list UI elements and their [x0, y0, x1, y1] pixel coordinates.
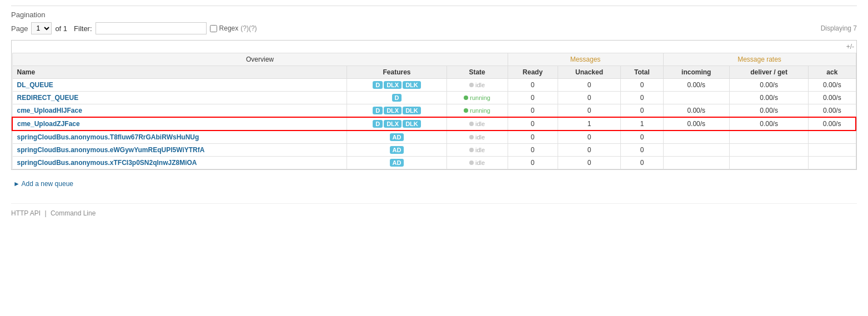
row-unacked: 0	[558, 131, 621, 144]
row-ready: 0	[508, 79, 558, 92]
feature-badge: DLX	[384, 120, 402, 128]
feature-badge: D	[373, 81, 383, 89]
state-text: idle	[475, 159, 485, 166]
col-unacked: Unacked	[558, 66, 621, 79]
row-name[interactable]: REDIRECT_QUEUE	[12, 92, 347, 104]
row-state: running	[446, 104, 508, 118]
row-incoming: 0.00/s	[663, 117, 729, 131]
row-state: idle	[446, 157, 508, 169]
page-select[interactable]: 1	[31, 22, 52, 34]
idle-dot-icon	[469, 122, 474, 126]
row-features: DDLXDLK	[347, 79, 446, 92]
add-queue-section[interactable]: ► Add a new queue	[11, 175, 857, 192]
row-ready: 0	[508, 104, 558, 118]
col-header-row: Name Features State Ready Unacked Total …	[12, 66, 856, 79]
row-ready: 0	[508, 131, 558, 144]
table-row[interactable]: springCloudBus.anonymous.T8fluw67RrGAbiR…	[12, 131, 856, 144]
table-row[interactable]: cme_UploadHlJFaceDDLXDLKrunning0000.00/s…	[12, 104, 856, 118]
feature-badge: AD	[390, 159, 404, 167]
of-label: of 1	[55, 24, 67, 33]
feature-badge: DLX	[384, 81, 402, 89]
row-ready: 0	[508, 117, 558, 131]
idle-dot-icon	[469, 83, 474, 87]
pagination-section: Pagination Page 1 of 1 Filter: Regex (?)…	[11, 6, 857, 34]
row-state: idle	[446, 144, 508, 157]
feature-badge: D	[373, 107, 383, 114]
row-name[interactable]: cme_UploadHlJFace	[12, 104, 347, 118]
feature-badge: D	[392, 94, 402, 102]
row-total: 1	[621, 117, 663, 131]
overview-group-header: Overview	[12, 53, 508, 66]
regex-checkbox[interactable]	[210, 25, 217, 32]
col-features: Features	[347, 66, 446, 79]
row-name[interactable]: cme_UploadZJFace	[12, 117, 347, 131]
messages-group-header: Messages	[508, 53, 663, 66]
row-deliver-get	[729, 157, 808, 169]
col-ack: ack	[809, 66, 856, 79]
row-ready: 0	[508, 157, 558, 169]
state-text: running	[470, 107, 490, 114]
idle-dot-icon	[469, 148, 474, 152]
state-text: running	[470, 94, 490, 101]
row-unacked: 0	[558, 157, 621, 169]
row-state: idle	[446, 131, 508, 144]
row-features: DDLXDLK	[347, 104, 446, 118]
group-header-row: Overview Messages Message rates	[12, 53, 856, 66]
table-row[interactable]: springCloudBus.anonymous.xTFCI3p0SN2qlnw…	[12, 157, 856, 169]
row-deliver-get: 0.00/s	[729, 117, 808, 131]
regex-label[interactable]: Regex (?)(?)	[210, 24, 257, 32]
queues-table: Overview Messages Message rates Name Fea…	[12, 53, 856, 169]
http-api-link[interactable]: HTTP API	[11, 209, 41, 217]
row-ack: 0.00/s	[809, 79, 856, 92]
row-unacked: 0	[558, 104, 621, 118]
table-row[interactable]: springCloudBus.anonymous.eWGywYumREqUPl5…	[12, 144, 856, 157]
row-state: idle	[446, 117, 508, 131]
row-incoming	[663, 157, 729, 169]
col-incoming: incoming	[663, 66, 729, 79]
footer-links: HTTP API | Command Line	[11, 203, 857, 217]
row-name[interactable]: springCloudBus.anonymous.eWGywYumREqUPl5…	[12, 144, 347, 157]
row-ready: 0	[508, 92, 558, 104]
row-total: 0	[621, 144, 663, 157]
row-total: 0	[621, 92, 663, 104]
table-row[interactable]: cme_UploadZJFaceDDLXDLKidle0110.00/s0.00…	[12, 117, 856, 131]
plus-minus-toggle[interactable]: +/-	[844, 41, 856, 53]
table-row[interactable]: REDIRECT_QUEUEDrunning0000.00/s0.00/s	[12, 92, 856, 104]
feature-badge: DLK	[403, 107, 421, 114]
col-total: Total	[621, 66, 663, 79]
queues-table-section: +/- Overview Messages Message rates Name…	[11, 40, 857, 170]
idle-dot-icon	[469, 135, 474, 139]
col-deliver-get: deliver / get	[729, 66, 808, 79]
command-line-link[interactable]: Command Line	[51, 209, 96, 217]
state-text: idle	[475, 134, 485, 141]
row-features: AD	[347, 131, 446, 144]
row-ack: 0.00/s	[809, 117, 856, 131]
add-queue-label: Add a new queue	[22, 180, 73, 188]
row-ack	[809, 157, 856, 169]
row-unacked: 0	[558, 92, 621, 104]
filter-label: Filter:	[74, 24, 92, 33]
row-features: AD	[347, 157, 446, 169]
col-ready: Ready	[508, 66, 558, 79]
row-state: idle	[446, 79, 508, 92]
pagination-title: Pagination	[11, 11, 857, 19]
row-incoming	[663, 144, 729, 157]
table-row[interactable]: DL_QUEUEDDLXDLKidle0000.00/s0.00/s0.00/s	[12, 79, 856, 92]
row-name[interactable]: DL_QUEUE	[12, 79, 347, 92]
row-name[interactable]: springCloudBus.anonymous.T8fluw67RrGAbiR…	[12, 131, 347, 144]
row-deliver-get: 0.00/s	[729, 79, 808, 92]
row-incoming	[663, 92, 729, 104]
row-incoming	[663, 131, 729, 144]
row-deliver-get: 0.00/s	[729, 104, 808, 118]
row-deliver-get	[729, 131, 808, 144]
row-name[interactable]: springCloudBus.anonymous.xTFCI3p0SN2qlnw…	[12, 157, 347, 169]
feature-badge: DLK	[403, 81, 421, 89]
state-text: idle	[475, 147, 485, 153]
row-unacked: 1	[558, 117, 621, 131]
filter-input[interactable]	[96, 22, 207, 34]
row-ack	[809, 144, 856, 157]
row-deliver-get: 0.00/s	[729, 92, 808, 104]
row-features: D	[347, 92, 446, 104]
feature-badge: D	[373, 120, 383, 128]
row-state: running	[446, 92, 508, 104]
